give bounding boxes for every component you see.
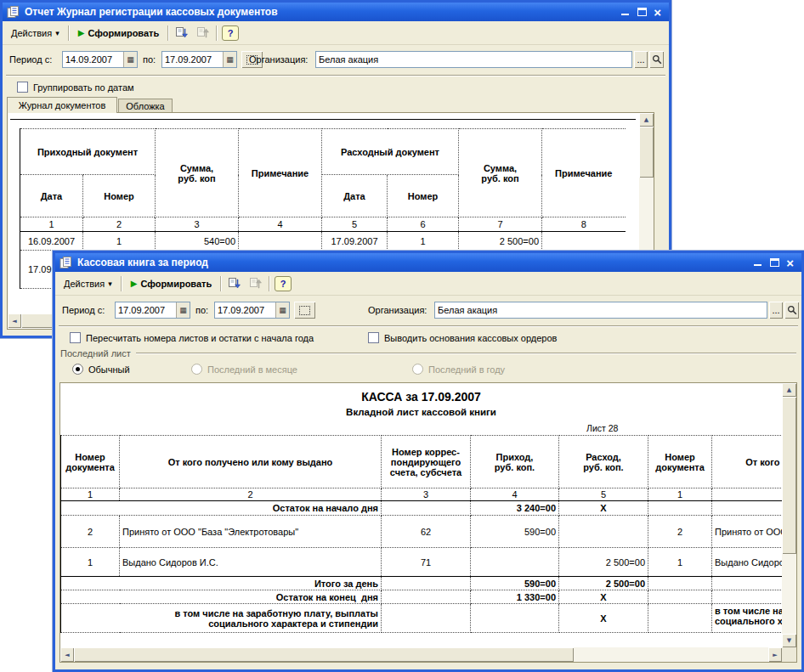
maximize-button[interactable] [770, 258, 779, 267]
titlebar[interactable]: Отчет Журнал регистрации кассовых докуме… [3, 3, 669, 21]
table-cell: 17.09.2007 [322, 232, 388, 251]
search-button[interactable] [784, 302, 799, 319]
period-from-input[interactable]: 17.09.2007 ▦ [115, 302, 190, 319]
maximize-button[interactable] [637, 8, 647, 16]
search-button[interactable] [649, 51, 664, 68]
cell-opening-balance-label: Остаток на начало дня [61, 501, 382, 516]
ellipsis-button[interactable]: ... [769, 302, 783, 319]
radio-last-in-month-label: Последний в месяце [207, 364, 297, 375]
report-subtitle: Вкладной лист кассовой книги [60, 407, 782, 417]
save-settings-button[interactable] [226, 275, 243, 291]
period-from-input[interactable]: 14.09.2007 ▦ [62, 51, 138, 68]
h-scrollbar[interactable]: ◄ ► [60, 647, 782, 662]
col-number: 5 [322, 217, 388, 232]
titlebar[interactable]: Кассовая книга за период × [55, 253, 801, 272]
window-icon [59, 257, 73, 269]
document-arrow-up-icon [196, 26, 211, 40]
generate-button[interactable]: ▶ Сформировать [127, 277, 217, 291]
tab-journal-documents[interactable]: Журнал документов [7, 97, 117, 113]
ellipsis-button[interactable]: ... [634, 51, 648, 68]
divider [59, 325, 798, 327]
actions-button[interactable]: Действия ▾ [7, 26, 64, 40]
table-cell [648, 577, 712, 590]
calendar-button[interactable]: ▦ [275, 302, 289, 318]
header-from-whom: От кого получено или кому выдано [120, 436, 382, 488]
organization-label: Организация: [368, 305, 427, 315]
period-to-value: 17.09.2007 [162, 54, 223, 65]
col-number [712, 488, 783, 501]
cell-from-whom-continued: Выдано Сидоров И.С. [712, 548, 783, 577]
scroll-up-button[interactable]: ▲ [639, 113, 654, 127]
close-button[interactable]: × [786, 258, 794, 268]
generate-button[interactable]: ▶ Сформировать [74, 26, 164, 40]
cell-doc-number: 1 [61, 548, 120, 577]
cell-total-rashod: 2 500=00 [559, 577, 648, 590]
radio-normal[interactable] [72, 364, 83, 375]
minimize-button[interactable] [754, 258, 763, 267]
opening-balance-row: Остаток на начало дня 3 240=00 X [61, 501, 783, 516]
save-settings-button[interactable] [173, 25, 190, 41]
organization-input[interactable]: Белая акация [315, 51, 632, 68]
toolbar: Действия ▾ ▶ Сформировать ? [3, 21, 669, 45]
restore-settings-button [247, 275, 264, 291]
show-order-basis-checkbox[interactable] [368, 332, 379, 343]
document-arrow-up-icon [249, 277, 263, 291]
arrow-left-icon: ◄ [12, 318, 16, 325]
divider [6, 75, 665, 76]
header-rashod: Расход, руб. коп. [559, 436, 648, 488]
calendar-button[interactable]: ▦ [176, 302, 190, 318]
calendar-icon: ▦ [127, 55, 134, 64]
scroll-right-button[interactable]: ► [768, 647, 782, 662]
col-number: 6 [388, 217, 459, 232]
period-to-input[interactable]: 17.09.2007 ▦ [161, 51, 237, 68]
organization-input[interactable]: Белая акация [434, 302, 767, 319]
help-button[interactable]: ? [222, 25, 239, 41]
header-sum: Сумма, руб. коп [459, 129, 542, 217]
group-by-dates-checkbox[interactable] [17, 82, 28, 93]
close-button[interactable]: × [654, 8, 661, 17]
period-from-value: 17.09.2007 [116, 305, 176, 315]
help-button[interactable]: ? [275, 276, 292, 291]
column-numbers-row: 1 2 3 4 5 1 [61, 488, 783, 501]
actions-label: Действия [64, 279, 105, 289]
v-scrollbar[interactable]: ▲ ▼ [782, 383, 796, 647]
report-title: КАССА за 17.09.2007 [60, 390, 782, 404]
cash-book-report-area[interactable]: КАССА за 17.09.2007 Вкладной лист кассов… [59, 382, 797, 663]
cell-x-mark: X [559, 590, 648, 604]
period-to-label: по: [143, 54, 156, 65]
actions-button[interactable]: Действия ▾ [59, 277, 116, 291]
cell-including-label: в том числе на заработную плату, выплаты… [61, 604, 382, 633]
header-from-whom-continued: От кого [712, 436, 783, 488]
scrollbar-corner [782, 647, 796, 662]
calendar-button[interactable]: ▦ [223, 52, 236, 67]
scroll-up-button[interactable]: ▲ [782, 383, 796, 397]
scroll-down-button[interactable]: ▼ [782, 634, 796, 647]
play-icon: ▶ [131, 279, 138, 288]
recalc-sheets-checkbox[interactable] [70, 332, 81, 343]
tab-cover[interactable]: Обложка [118, 99, 173, 113]
v-scroll-thumb[interactable] [639, 127, 654, 178]
window-controls: × [754, 258, 797, 268]
play-icon: ▶ [78, 28, 85, 37]
col-number: 4 [239, 217, 322, 232]
period-to-input[interactable]: 17.09.2007 ▦ [214, 302, 290, 319]
header-date: Дата [322, 175, 388, 217]
total-row: Итого за день 590=00 2 500=00 [61, 577, 783, 590]
period-to-value: 17.09.2007 [215, 305, 275, 315]
cell-from-whom-continued: Принято от ООО "База "Электротовары" [712, 516, 783, 548]
table-cell [542, 232, 626, 251]
tab-label: Обложка [126, 101, 164, 111]
scroll-left-button[interactable]: ◄ [60, 647, 74, 662]
table-cell: 540=00 [156, 232, 239, 251]
header-prihod-doc: Приходный документ [20, 129, 156, 175]
v-scroll-thumb[interactable] [782, 397, 796, 554]
sheet-number: Лист 28 [586, 423, 618, 433]
h-scroll-thumb[interactable] [74, 647, 574, 662]
radio-last-in-year-label: Последний в году [428, 364, 505, 375]
calendar-button[interactable]: ▦ [123, 52, 137, 67]
header-rashod-doc: Расходный документ [322, 129, 459, 175]
scroll-left-button[interactable]: ◄ [8, 313, 21, 328]
minimize-button[interactable] [621, 8, 631, 16]
period-picker-button[interactable] [294, 302, 315, 319]
cell-total-prihod: 590=00 [471, 577, 559, 590]
